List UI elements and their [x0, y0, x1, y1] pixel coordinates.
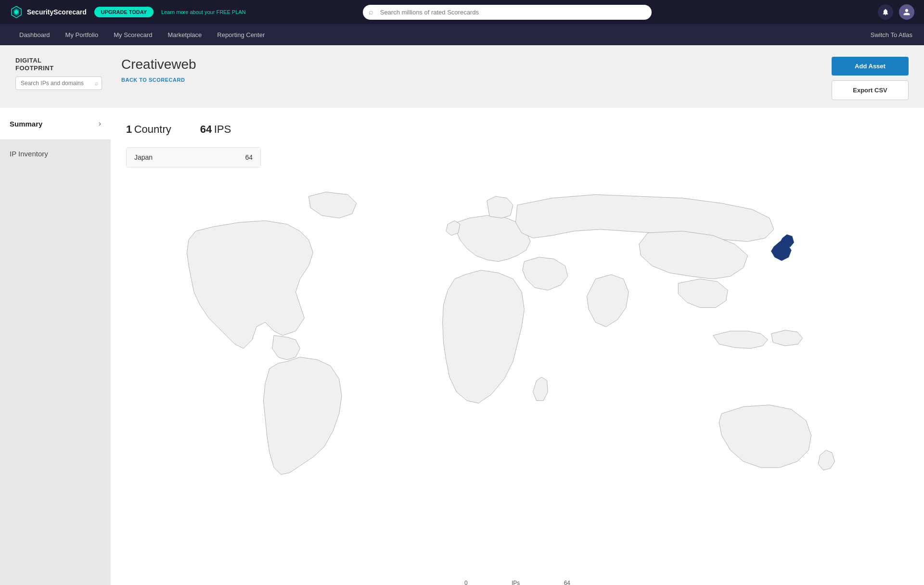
company-name: Creativeweb — [121, 57, 196, 72]
df-search-icon: ⌕ — [95, 80, 98, 87]
upgrade-button[interactable]: UPGRADE TODAY — [94, 7, 154, 17]
legend-labels: 0 IPs 64 — [464, 580, 570, 585]
free-plan-link[interactable]: Learn more about your FREE PLAN — [161, 9, 245, 15]
df-search: ⌕ — [15, 76, 102, 90]
user-avatar-button[interactable] — [899, 4, 914, 20]
nav-item-reporting[interactable]: Reporting Center — [209, 25, 272, 44]
table-row: Japan 64 — [127, 148, 260, 167]
add-asset-button[interactable]: Add Asset — [832, 57, 909, 76]
sidebar-item-ip-label: IP Inventory — [10, 150, 48, 158]
search-container: ⌕ — [363, 5, 652, 20]
page-content: DIGITALFOOTPRINT ⌕ Creativeweb BACK TO S… — [0, 45, 924, 585]
user-icon — [903, 8, 911, 16]
df-search-input[interactable] — [15, 76, 102, 90]
country-table: Japan 64 — [126, 147, 261, 167]
country-ip-count: 64 — [245, 153, 253, 161]
country-count: 1 — [126, 123, 132, 135]
top-bar: SecurityScorecard UPGRADE TODAY Learn mo… — [0, 0, 924, 24]
legend-ips-label: IPs — [512, 580, 520, 585]
back-to-scorecard-link[interactable]: BACK TO SCORECARD — [121, 77, 196, 83]
main-content: 1 Country 64 IPS Japan 64 — [111, 108, 924, 585]
logo[interactable]: SecurityScorecard — [10, 5, 87, 19]
map-legend: 0 IPs 64 — [126, 580, 909, 585]
nav-items: Dashboard My Portfolio My Scorecard Mark… — [12, 25, 272, 44]
nav-item-portfolio[interactable]: My Portfolio — [58, 25, 106, 44]
nav-item-marketplace[interactable]: Marketplace — [160, 25, 209, 44]
digital-footprint-label: DIGITALFOOTPRINT — [15, 57, 102, 72]
country-name: Japan — [134, 153, 153, 161]
world-map — [126, 179, 909, 570]
digital-footprint-header: DIGITALFOOTPRINT ⌕ Creativeweb BACK TO S… — [0, 45, 924, 108]
nav-bar: Dashboard My Portfolio My Scorecard Mark… — [0, 24, 924, 45]
df-buttons: Add Asset Export CSV — [832, 57, 909, 100]
sidebar-item-summary[interactable]: Summary › — [0, 108, 111, 140]
nav-item-dashboard[interactable]: Dashboard — [12, 25, 58, 44]
nav-item-scorecard[interactable]: My Scorecard — [106, 25, 160, 44]
country-label: Country — [134, 123, 171, 135]
main-body: Summary › IP Inventory 1 Country 64 IPS — [0, 108, 924, 585]
ip-stat: 64 IPS — [200, 123, 231, 136]
ip-label: IPS — [214, 123, 231, 135]
notification-bell-button[interactable] — [878, 4, 893, 20]
company-section: Creativeweb BACK TO SCORECARD — [121, 57, 196, 83]
sidebar-item-summary-label: Summary — [10, 120, 42, 128]
search-input[interactable] — [363, 5, 652, 20]
sidebar: Summary › IP Inventory — [0, 108, 111, 585]
country-stat: 1 Country — [126, 123, 171, 136]
bell-icon — [882, 8, 889, 16]
search-icon: ⌕ — [369, 8, 373, 16]
df-left: DIGITALFOOTPRINT ⌕ — [15, 57, 102, 90]
legend-min: 0 — [464, 580, 468, 585]
stats-row: 1 Country 64 IPS — [126, 123, 909, 136]
df-title-section: DIGITALFOOTPRINT ⌕ Creativeweb BACK TO S… — [15, 57, 196, 90]
chevron-right-icon: › — [99, 119, 101, 128]
legend-max: 64 — [564, 580, 570, 585]
logo-icon — [10, 5, 23, 19]
switch-atlas-link[interactable]: Switch To Atlas — [871, 31, 912, 38]
top-bar-right — [878, 4, 914, 20]
world-map-container: 0 IPs 64 — [126, 179, 909, 585]
logo-text: SecurityScorecard — [27, 8, 87, 16]
ip-count: 64 — [200, 123, 212, 135]
sidebar-item-ip-inventory[interactable]: IP Inventory — [0, 140, 111, 168]
export-csv-button[interactable]: Export CSV — [832, 80, 909, 100]
